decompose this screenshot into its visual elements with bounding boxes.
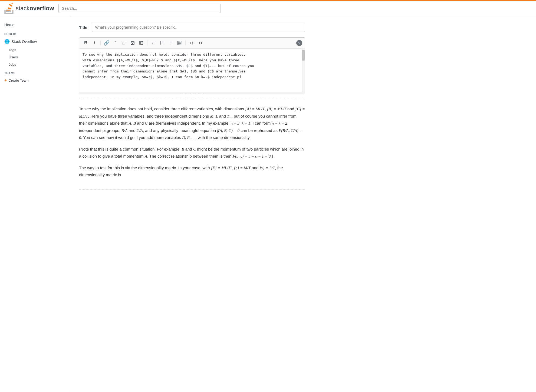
- sidebar-users-label: Users: [9, 55, 18, 59]
- preview-paragraph-1: To see why the implication does not hold…: [79, 105, 305, 141]
- math-L: L: [216, 114, 218, 118]
- math-B3: B: [182, 147, 184, 151]
- math-nk: n − k = 2: [272, 121, 287, 125]
- sidebar-item-users[interactable]: Users: [0, 54, 70, 61]
- sidebar-tags-label: Tags: [9, 48, 16, 52]
- svg-rect-1: [6, 9, 11, 10]
- editor-container: B I 🔗 “ {}: [79, 37, 305, 94]
- sidebar-section-teams: TEAMS: [0, 68, 70, 76]
- scrollbar-thumb: [302, 50, 305, 61]
- preview-divider-bottom: [79, 189, 305, 190]
- sidebar-section-public: PUBLIC: [0, 29, 70, 37]
- toolbar-sep-2: [147, 40, 147, 46]
- math-C3: C: [193, 147, 196, 151]
- preview-divider: [79, 99, 305, 99]
- bold-button[interactable]: B: [82, 39, 90, 47]
- svg-rect-2: [6, 13, 11, 14]
- ol-icon: [151, 41, 156, 45]
- redo-button[interactable]: ↻: [196, 39, 204, 47]
- search-input[interactable]: [58, 4, 221, 13]
- math-fABC: f(A, B, C) = 0: [217, 128, 239, 133]
- sidebar-item-home[interactable]: Home: [0, 21, 70, 29]
- sidebar-jobs-label: Jobs: [9, 62, 16, 67]
- editor-textarea[interactable]: To see why the implication does not hold…: [79, 49, 305, 92]
- link-button[interactable]: 🔗: [103, 39, 110, 47]
- svg-rect-18: [177, 41, 181, 45]
- toolbar-sep-1: [100, 40, 101, 46]
- resize-dots: · · · · · · · · · ·: [180, 92, 205, 95]
- math-B: [B] = ML/T: [267, 107, 286, 111]
- editor-body: To see why the implication does not hold…: [79, 49, 305, 92]
- math-A3: A: [145, 154, 147, 158]
- svg-point-4: [132, 42, 132, 43]
- math-C2: C: [145, 121, 148, 125]
- math-F: [F] = ML/T²: [211, 166, 232, 170]
- math-A: [A] = ML/T: [245, 107, 265, 111]
- code-block-icon: [139, 41, 143, 45]
- layout: Home PUBLIC 🌐 Stack Overflow Tags Users …: [0, 16, 536, 391]
- math-A2: A: [129, 121, 131, 125]
- ul-button[interactable]: [158, 39, 166, 47]
- code-block-button[interactable]: [137, 39, 145, 47]
- math-n: n = 3: [231, 121, 239, 125]
- logo-icon: [4, 3, 14, 14]
- ul-icon: [160, 41, 164, 45]
- svg-point-12: [160, 42, 161, 42]
- sidebar-item-tags[interactable]: Tags: [0, 46, 70, 54]
- preview-content: To see why the implication does not hold…: [79, 103, 305, 185]
- preview-paragraph-2: (Note that this is quite a common situat…: [79, 146, 305, 160]
- globe-icon: 🌐: [4, 39, 10, 44]
- sidebar-create-team[interactable]: + Create Team: [0, 76, 70, 85]
- help-button[interactable]: ?: [296, 40, 302, 46]
- table-icon: [177, 41, 182, 45]
- indent-button[interactable]: [167, 39, 175, 47]
- create-team-label: Create Team: [8, 78, 28, 82]
- main-content: Title B I 🔗 “ {}: [70, 16, 314, 391]
- math-B2: B: [133, 121, 136, 125]
- sidebar: Home PUBLIC 🌐 Stack Overflow Tags Users …: [0, 16, 70, 391]
- ol-button[interactable]: [150, 39, 157, 47]
- image-icon: [130, 41, 135, 45]
- math-T: T: [227, 114, 229, 118]
- title-label: Title: [79, 25, 87, 30]
- sidebar-home-label: Home: [4, 23, 14, 27]
- image-button[interactable]: [129, 39, 136, 47]
- editor-scrollbar[interactable]: [302, 49, 305, 92]
- editor-toolbar: B I 🔗 “ {}: [79, 38, 305, 49]
- math-v: [v] = L/T: [259, 166, 275, 170]
- svg-rect-0: [6, 11, 11, 12]
- logo[interactable]: stackoverflow: [4, 3, 54, 14]
- search-bar: [58, 4, 221, 13]
- logo-text: stackoverflow: [16, 5, 54, 12]
- math-k: k = 1: [242, 121, 250, 125]
- table-button[interactable]: [176, 39, 183, 47]
- plus-icon: +: [4, 78, 7, 83]
- editor-resize-handle[interactable]: · · · · · · · · · ·: [79, 92, 305, 94]
- code-button[interactable]: {}: [120, 39, 128, 47]
- math-CA: C/A: [137, 128, 143, 133]
- math-BA: B/A: [121, 128, 128, 133]
- sidebar-so-label: Stack Overflow: [11, 39, 37, 44]
- svg-point-13: [160, 43, 161, 43]
- undo-button[interactable]: ↺: [188, 39, 195, 47]
- math-eta: [η] = M/T: [234, 166, 251, 170]
- math-Fbc: F(b, c) = b + c − 1 = 0: [233, 154, 271, 158]
- math-M: M: [210, 114, 213, 118]
- preview-paragraph-3: The way to test for this is via the dime…: [79, 164, 305, 178]
- svg-point-14: [160, 44, 161, 44]
- title-input[interactable]: [92, 23, 305, 32]
- blockquote-button[interactable]: “: [111, 39, 119, 47]
- italic-button[interactable]: I: [91, 39, 98, 47]
- indent-icon: [169, 41, 173, 45]
- sidebar-item-stackoverflow[interactable]: 🌐 Stack Overflow: [0, 37, 70, 46]
- topbar: stackoverflow: [0, 0, 536, 16]
- sidebar-item-jobs[interactable]: Jobs: [0, 61, 70, 68]
- math-DE: D, E, . . .: [182, 135, 197, 140]
- title-row: Title: [79, 23, 305, 32]
- toolbar-sep-3: [185, 40, 186, 46]
